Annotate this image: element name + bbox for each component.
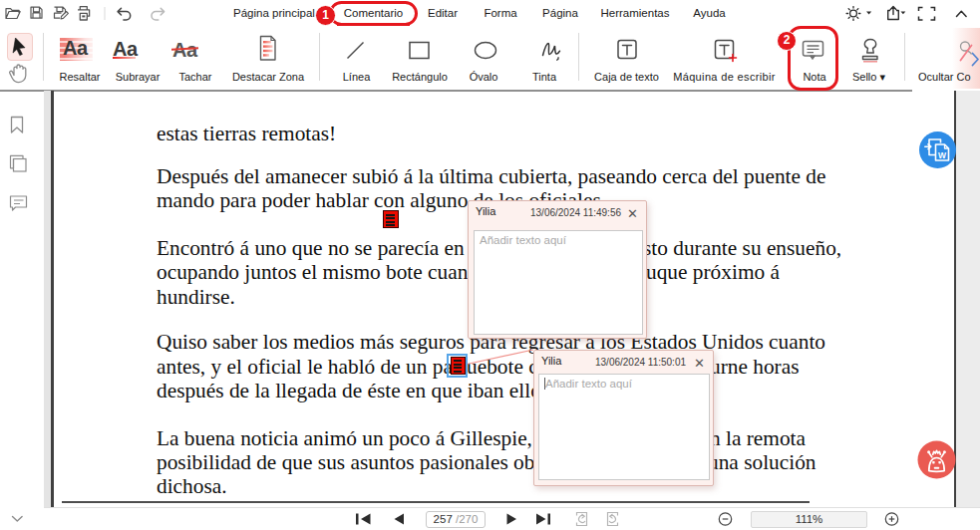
svg-text:W: W <box>937 150 946 160</box>
